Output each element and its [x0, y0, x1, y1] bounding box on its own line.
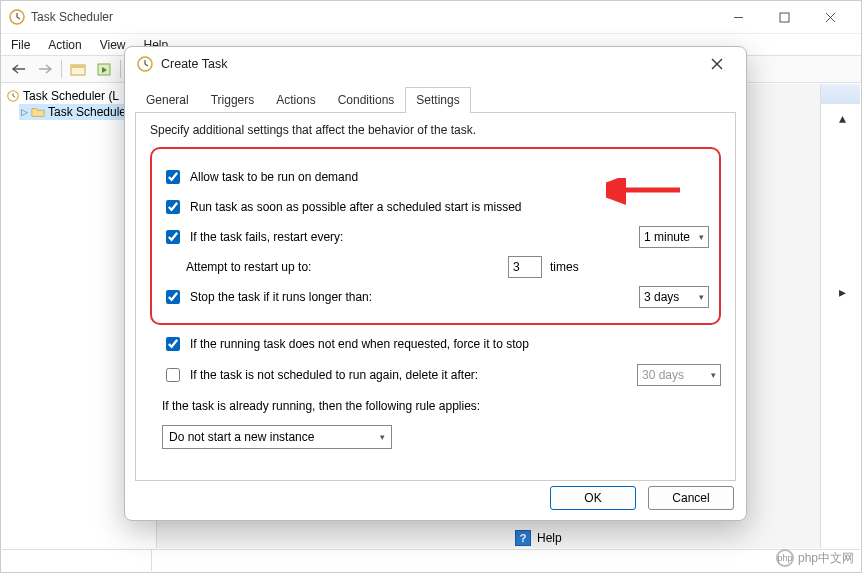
- minimize-button[interactable]: [715, 1, 761, 33]
- delete-after-label: If the task is not scheduled to run agai…: [190, 368, 637, 382]
- tab-settings[interactable]: Settings: [405, 87, 470, 113]
- tab-general[interactable]: General: [135, 87, 200, 113]
- allow-on-demand-label: Allow task to be run on demand: [190, 170, 709, 184]
- statusbar-section: [2, 550, 152, 571]
- chevron-down-icon: ▾: [699, 292, 704, 302]
- svg-rect-3: [71, 65, 85, 68]
- maximize-button[interactable]: [761, 1, 807, 33]
- restart-checkbox[interactable]: [166, 230, 180, 244]
- clock-icon: [6, 89, 20, 103]
- stop-longer-select[interactable]: 3 days ▾: [639, 286, 709, 308]
- run-asap-checkbox[interactable]: [166, 200, 180, 214]
- cancel-button[interactable]: Cancel: [648, 486, 734, 510]
- ok-label: OK: [584, 491, 601, 505]
- attempts-label: Attempt to restart up to:: [186, 260, 508, 274]
- chevron-down-icon: ▾: [699, 232, 704, 242]
- svg-rect-1: [780, 13, 789, 22]
- tree-root-label: Task Scheduler (L: [23, 89, 119, 103]
- tree-child-label: Task Schedule: [48, 105, 126, 119]
- chevron-right-icon: ▷: [21, 107, 28, 117]
- back-button[interactable]: [7, 58, 31, 80]
- toolbar-separator: [120, 60, 121, 78]
- dialog-title: Create Task: [161, 57, 700, 71]
- attempts-value: 3: [513, 260, 520, 274]
- toolbar-separator: [61, 60, 62, 78]
- chevron-down-icon: ▾: [711, 370, 716, 380]
- additional-settings: If the running task does not end when re…: [150, 332, 721, 449]
- clock-icon: [137, 56, 153, 72]
- restart-interval-value: 1 minute: [644, 230, 690, 244]
- parent-title: Task Scheduler: [31, 10, 715, 24]
- dialog-buttons: OK Cancel: [550, 486, 734, 510]
- php-logo-icon: php: [776, 549, 794, 567]
- force-stop-label: If the running task does not end when re…: [190, 337, 721, 351]
- dialog-titlebar: Create Task: [125, 47, 746, 81]
- rule-select[interactable]: Do not start a new instance ▾: [162, 425, 392, 449]
- dialog-close-button[interactable]: [700, 49, 734, 79]
- rule-value: Do not start a new instance: [169, 430, 314, 444]
- folder-icon: [31, 105, 45, 119]
- create-task-icon[interactable]: [66, 58, 90, 80]
- help-label[interactable]: Help: [537, 531, 562, 545]
- forward-button[interactable]: [33, 58, 57, 80]
- run-asap-label: Run task as soon as possible after a sch…: [190, 200, 709, 214]
- window-controls: [715, 1, 853, 33]
- delete-after-checkbox[interactable]: [166, 368, 180, 382]
- dialog-tabs: General Triggers Actions Conditions Sett…: [135, 87, 736, 113]
- tab-actions[interactable]: Actions: [265, 87, 326, 113]
- cancel-label: Cancel: [672, 491, 709, 505]
- allow-on-demand-checkbox[interactable]: [166, 170, 180, 184]
- watermark-text: php中文网: [798, 550, 854, 567]
- attempts-suffix: times: [550, 260, 579, 274]
- statusbar: [2, 549, 860, 571]
- tab-triggers[interactable]: Triggers: [200, 87, 266, 113]
- clock-icon: [9, 9, 25, 25]
- expand-caret-icon[interactable]: ▸: [839, 284, 846, 300]
- restart-interval-select[interactable]: 1 minute ▾: [639, 226, 709, 248]
- actions-pane-header: [821, 84, 860, 104]
- parent-titlebar: Task Scheduler: [1, 1, 861, 33]
- tab-conditions[interactable]: Conditions: [327, 87, 406, 113]
- restart-label: If the task fails, restart every:: [190, 230, 639, 244]
- menu-file[interactable]: File: [11, 38, 30, 52]
- highlighted-settings-group: Allow task to be run on demand Run task …: [150, 147, 721, 325]
- chevron-down-icon: ▾: [380, 432, 385, 442]
- settings-instruction: Specify additional settings that affect …: [150, 123, 721, 137]
- menu-view[interactable]: View: [100, 38, 126, 52]
- watermark: php php中文网: [776, 549, 854, 567]
- help-box-icon: ?: [515, 530, 531, 546]
- help-footer: ? Help: [511, 526, 566, 550]
- create-task-dialog: Create Task General Triggers Actions Con…: [124, 46, 747, 521]
- stop-longer-value: 3 days: [644, 290, 679, 304]
- attempts-input[interactable]: 3: [508, 256, 542, 278]
- settings-panel: Specify additional settings that affect …: [135, 113, 736, 481]
- actions-pane: ▴ ▸: [820, 84, 860, 548]
- rule-label: If the task is already running, then the…: [162, 399, 721, 413]
- force-stop-checkbox[interactable]: [166, 337, 180, 351]
- stop-longer-checkbox[interactable]: [166, 290, 180, 304]
- ok-button[interactable]: OK: [550, 486, 636, 510]
- stop-longer-label: Stop the task if it runs longer than:: [190, 290, 639, 304]
- delete-after-value: 30 days: [642, 368, 684, 382]
- run-icon[interactable]: [92, 58, 116, 80]
- delete-after-select: 30 days ▾: [637, 364, 721, 386]
- menu-action[interactable]: Action: [48, 38, 81, 52]
- close-button[interactable]: [807, 1, 853, 33]
- collapse-caret-icon[interactable]: ▴: [839, 110, 846, 126]
